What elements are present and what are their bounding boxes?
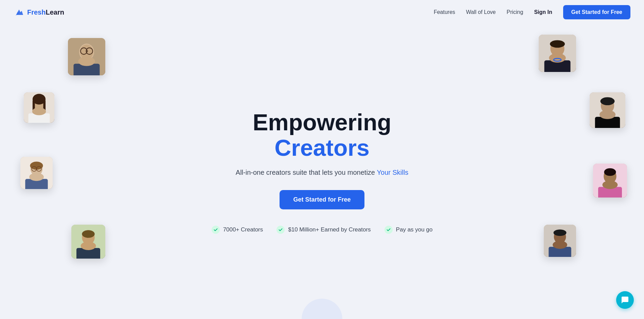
hero-content: Empowering Creators All-in-one creators … [203,110,441,234]
avatar-face-1 [68,38,105,75]
svg-point-38 [600,110,615,119]
svg-point-48 [553,241,567,249]
nav-signin[interactable]: Sign In [534,9,552,15]
stat-pay: Pay as you go [384,226,433,234]
hero-subtitle: All-in-one creators suite that lets you … [203,169,441,176]
bottom-circle [302,299,342,319]
avatar-mid-left [24,92,54,123]
avatar-face-3 [20,157,53,189]
logo[interactable]: FreshLearn [14,7,64,18]
svg-point-43 [603,181,618,189]
nav-links: Features Wall of Love Pricing Sign In Ge… [434,5,630,19]
logo-text: FreshLearn [27,8,64,16]
hero-title: Empowering Creators [203,110,441,161]
stat-creators: 7000+ Creators [212,226,263,234]
navbar: FreshLearn Features Wall of Love Pricing… [0,0,644,24]
svg-point-14 [32,108,46,115]
svg-point-25 [82,230,95,238]
check-icon-2 [276,226,285,234]
avatar-bottom-left [71,225,105,259]
avatar-bottom-right [544,225,576,257]
hero-stats: 7000+ Creators $10 Million+ Earned by Cr… [203,226,441,234]
stat-earned: $10 Million+ Earned by Creators [276,226,371,234]
chat-bubble[interactable] [616,291,634,309]
avatar-face-8 [544,225,576,257]
avatar-mid-right [590,92,625,128]
avatar-face-7 [71,225,105,259]
avatar-face-4 [539,35,576,72]
hero-cta-button[interactable]: Get Started for Free [280,190,364,209]
check-icon-3 [384,226,393,234]
bottom-hint [302,299,342,319]
avatar-face-5 [590,92,625,128]
svg-point-27 [81,242,96,250]
avatar-top-right [539,35,576,72]
nav-features[interactable]: Features [434,9,455,15]
avatar-face-2 [24,92,54,123]
svg-point-19 [29,173,44,181]
nav-wall-of-love[interactable]: Wall of Love [466,9,496,15]
svg-point-46 [554,229,567,236]
avatar-top-left [68,38,105,75]
nav-cta-button[interactable]: Get Started for Free [563,5,630,19]
svg-point-41 [604,168,616,176]
avatar-low-right [593,164,627,198]
chat-icon [621,296,629,304]
svg-point-36 [601,97,615,105]
svg-point-30 [550,40,565,48]
svg-point-4 [78,57,95,66]
logo-icon [14,7,24,18]
hero-section: Empowering Creators All-in-one creators … [0,24,644,319]
nav-pricing[interactable]: Pricing [507,9,523,15]
check-icon-1 [212,226,220,234]
avatar-face-6 [593,164,627,198]
avatar-low-left [20,157,53,189]
